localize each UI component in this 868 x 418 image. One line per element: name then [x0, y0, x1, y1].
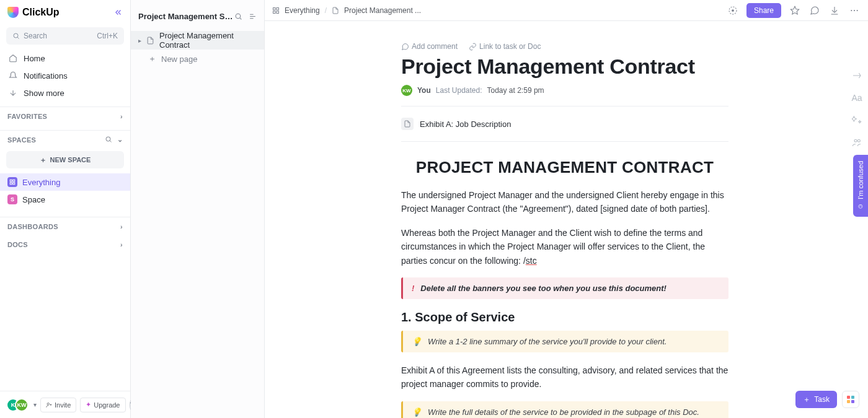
- search-icon: [12, 32, 20, 40]
- svg-point-7: [236, 14, 241, 19]
- avatar: KW: [401, 85, 412, 96]
- bulb-icon: 💡: [412, 337, 422, 346]
- docs-section[interactable]: DOCS ›: [0, 235, 130, 254]
- svg-point-14: [851, 9, 852, 11]
- more-icon[interactable]: [848, 4, 861, 17]
- history-icon[interactable]: [727, 4, 739, 17]
- paragraph[interactable]: The undersigned Project Manager and the …: [401, 188, 728, 216]
- svg-point-6: [47, 403, 49, 404]
- nav-notifications[interactable]: Notifications: [0, 67, 130, 84]
- banner-hint[interactable]: 💡 Write the full details of the service …: [401, 401, 728, 418]
- svg-rect-10: [273, 11, 276, 14]
- left-sidebar: ClickUp Search Ctrl+K Home Notifications…: [0, 0, 131, 418]
- search-shortcut: Ctrl+K: [97, 32, 118, 40]
- svg-point-0: [14, 33, 18, 38]
- svg-rect-8: [273, 7, 276, 10]
- collapse-sidebar-icon[interactable]: [114, 8, 123, 17]
- sparkle-icon: ✦: [86, 401, 91, 409]
- svg-rect-2: [10, 180, 12, 181]
- settings-icon[interactable]: [249, 12, 257, 20]
- doc-outline-title[interactable]: Project Management Services Co...: [138, 12, 234, 21]
- breadcrumb-everything[interactable]: Everything: [285, 6, 320, 15]
- paragraph[interactable]: Exhibit A of this Agreement lists the co…: [401, 364, 728, 391]
- link-task-button[interactable]: Link to task or Doc: [469, 42, 541, 51]
- new-page-button[interactable]: ＋ New page: [131, 50, 264, 68]
- plus-icon: ＋: [40, 155, 46, 165]
- svg-point-1: [106, 137, 110, 141]
- search-icon[interactable]: [234, 12, 242, 20]
- spaces-section[interactable]: SPACES ⌄: [0, 130, 130, 149]
- app-logo[interactable]: ClickUp: [7, 7, 60, 18]
- svg-rect-5: [13, 183, 15, 185]
- dashboards-section[interactable]: DASHBOARDS ›: [0, 217, 130, 235]
- slash-command-text: stc: [526, 256, 537, 266]
- people-icon[interactable]: [852, 137, 862, 147]
- chevron-right-icon: ›: [120, 241, 123, 248]
- search-input[interactable]: Search Ctrl+K: [6, 27, 124, 45]
- new-space-button[interactable]: ＋ NEW SPACE: [6, 151, 124, 168]
- svg-rect-4: [10, 183, 12, 185]
- nav-show-more[interactable]: Show more: [0, 84, 130, 102]
- chevron-down-icon: [9, 89, 17, 97]
- banner-warning[interactable]: ! Delete all the banners you see too whe…: [401, 277, 728, 299]
- doc-icon: [332, 7, 339, 14]
- svg-point-17: [854, 139, 857, 142]
- typography-icon[interactable]: Aa: [851, 93, 862, 103]
- svg-point-16: [857, 9, 858, 11]
- document-body: Add comment Link to task or Doc Project …: [401, 42, 728, 418]
- apps-icon: [847, 396, 854, 403]
- link-icon: [469, 43, 477, 51]
- contract-heading[interactable]: PROJECT MANAGEMENT CONTRACT: [401, 158, 728, 177]
- app-name: ClickUp: [22, 7, 60, 18]
- favorites-section[interactable]: FAVORITES ›: [0, 107, 130, 125]
- topbar: Everything / Project Management ... Shar…: [265, 0, 868, 21]
- paragraph[interactable]: Whereas both the Project Manager and the…: [401, 226, 728, 268]
- divider: [401, 141, 728, 142]
- author-label: You: [417, 86, 431, 95]
- doc-outline-panel: Project Management Services Co... ▸ Proj…: [131, 0, 265, 418]
- exclaim-icon: !: [412, 284, 414, 293]
- space-item-space[interactable]: S Space: [0, 191, 130, 208]
- updated-value: Today at 2:59 pm: [487, 86, 544, 95]
- bell-icon: [9, 71, 17, 80]
- chevron-down-icon[interactable]: ⌄: [117, 136, 123, 144]
- magic-icon[interactable]: [852, 115, 862, 125]
- grid-icon: [7, 177, 17, 187]
- home-icon: [9, 54, 17, 63]
- chevron-down-icon[interactable]: ▾: [33, 401, 37, 408]
- section-heading-scope[interactable]: 1. Scope of Service: [401, 310, 728, 324]
- search-placeholder: Search: [24, 32, 47, 40]
- download-icon[interactable]: [828, 4, 841, 17]
- apps-button[interactable]: [842, 391, 859, 408]
- comment-icon: [401, 43, 409, 51]
- add-comment-button[interactable]: Add comment: [401, 42, 458, 51]
- space-everything[interactable]: Everything: [0, 173, 130, 191]
- star-icon[interactable]: [789, 4, 801, 17]
- user-plus-icon: [46, 402, 52, 408]
- search-icon[interactable]: [105, 136, 112, 144]
- breadcrumb-doc[interactable]: Project Management ...: [344, 6, 421, 15]
- doc-page-contract[interactable]: ▸ Project Management Contract: [131, 31, 264, 50]
- main-content: Everything / Project Management ... Shar…: [265, 0, 868, 418]
- sidebar-footer: K KW ▾ Invite ✦ Upgrade ?: [0, 391, 130, 418]
- upgrade-button[interactable]: ✦ Upgrade: [80, 398, 125, 412]
- space-avatar-icon: S: [7, 194, 17, 204]
- subpage-link-exhibit-a[interactable]: Exhibit A: Job Description: [401, 114, 728, 134]
- doc-icon: [401, 118, 414, 130]
- svg-rect-3: [13, 180, 15, 181]
- feedback-confused-button[interactable]: ☺ I'm confused: [853, 155, 868, 217]
- plus-icon: ＋: [803, 394, 810, 405]
- share-button[interactable]: Share: [746, 3, 781, 18]
- expand-icon[interactable]: [852, 71, 862, 81]
- page-title[interactable]: Project Management Contract: [401, 54, 728, 79]
- svg-rect-9: [277, 7, 279, 10]
- logo-mark-icon: [7, 7, 19, 18]
- svg-point-15: [854, 9, 855, 11]
- new-task-button[interactable]: ＋ Task: [795, 391, 837, 408]
- chevron-right-icon: ›: [120, 223, 123, 230]
- avatar-stack[interactable]: K KW: [6, 398, 29, 412]
- banner-hint[interactable]: 💡 Write a 1-2 line summary of the servic…: [401, 331, 728, 352]
- comment-icon[interactable]: [808, 4, 821, 17]
- nav-home[interactable]: Home: [0, 50, 130, 67]
- invite-button[interactable]: Invite: [40, 398, 76, 412]
